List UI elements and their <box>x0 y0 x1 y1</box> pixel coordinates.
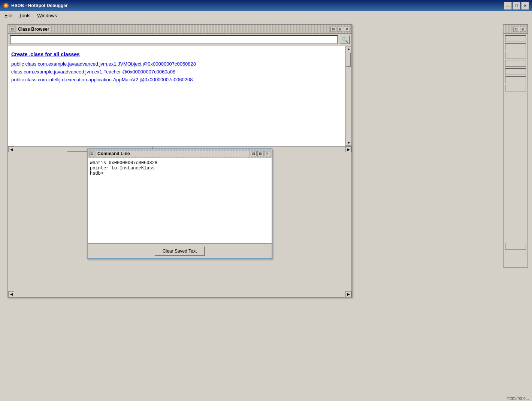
browser-h-scroll-right[interactable]: ▶ <box>345 291 351 297</box>
right-panel-row-4 <box>505 60 526 67</box>
class-browser-shrink-btn[interactable]: ⊡ <box>330 27 336 32</box>
create-class-link[interactable]: Create .class for all classes <box>11 51 348 57</box>
maximize-button[interactable]: □ <box>513 2 520 10</box>
status-text: http://hg.o... <box>507 396 529 400</box>
right-side-panel: ⊡ ⊞ <box>503 24 528 268</box>
title-bar-controls: — □ ✕ <box>504 2 529 10</box>
cmd-title-text: Command Line <box>96 151 249 157</box>
v-scrollbar[interactable]: ▲ ▼ <box>345 46 351 146</box>
cmd-expand-btn[interactable]: ⊞ <box>257 151 263 156</box>
class-browser-body: 🔍 Create .class for all classes public c… <box>8 34 351 297</box>
right-panel-shrink-btn[interactable]: ⊡ <box>513 27 519 32</box>
class-browser-controls: ⊡ ⊞ ✕ <box>330 27 350 32</box>
right-panel-row-6 <box>505 76 526 83</box>
h-scroll-left-btn[interactable]: ◀ <box>8 147 14 153</box>
cmd-shrink-btn[interactable]: ⊡ <box>251 151 257 156</box>
right-panel-row-bottom <box>505 243 526 250</box>
browser-bottom-scrollbar[interactable]: ◀ ▶ <box>8 291 351 297</box>
right-panel-row-2 <box>505 43 526 50</box>
right-panel-row-1 <box>505 35 526 42</box>
class-browser-title-bar[interactable]: ⊡ Class Browser ⊡ ⊞ ✕ <box>8 25 351 34</box>
search-bar: 🔍 <box>8 34 351 46</box>
class-link-1[interactable]: class com.example.javaadvanced.jvm.ex1.T… <box>11 69 348 75</box>
browser-h-scroll-track <box>14 291 345 297</box>
close-button[interactable]: ✕ <box>521 2 529 10</box>
browser-text-area: Create .class for all classes public cla… <box>8 46 351 146</box>
scroll-up-btn[interactable]: ▲ <box>346 46 351 52</box>
search-button[interactable]: 🔍 <box>339 35 350 44</box>
right-panel-row-3 <box>505 52 526 58</box>
right-panel-content <box>504 34 528 251</box>
class-browser-window: ⊡ Class Browser ⊡ ⊞ ✕ 🔍 <box>7 24 352 298</box>
class-link-0[interactable]: public class com.example.javaadvanced.jv… <box>11 61 348 67</box>
scroll-thumb[interactable] <box>346 52 351 67</box>
cmd-footer: Clear Saved Text <box>88 243 272 258</box>
menu-file[interactable]: File <box>1 12 15 19</box>
scroll-down-btn[interactable]: ▼ <box>346 140 351 146</box>
class-browser-expand-btn[interactable]: ⊞ <box>337 27 343 32</box>
app-icon <box>3 3 9 9</box>
title-bar-title: HSDB - HotSpot Debugger <box>11 3 68 8</box>
menu-tools[interactable]: Tools <box>16 12 33 19</box>
cmd-output: whatis 0x00000007c0060828 pointer to Ins… <box>88 158 272 243</box>
minimize-button[interactable]: — <box>504 2 512 10</box>
command-line-window: ⊡ Command Line ⊡ ⊞ ✕ whatis 0x00000007c0… <box>87 148 272 259</box>
main-area: ⊡ Class Browser ⊡ ⊞ ✕ 🔍 <box>0 20 532 400</box>
desktop: ⊡ Class Browser ⊡ ⊞ ✕ 🔍 <box>4 24 528 397</box>
search-input[interactable] <box>10 35 338 44</box>
browser-h-scroll-left[interactable]: ◀ <box>8 291 14 297</box>
class-link-2[interactable]: public class com.intellij.rt.execution.a… <box>11 77 348 82</box>
right-panel-row-5 <box>505 68 526 75</box>
svg-point-2 <box>5 5 7 6</box>
browser-bottom-area: ⊡ Command Line ⊡ ⊞ ✕ whatis 0x00000007c0… <box>8 152 351 291</box>
right-panel-row-7 <box>505 85 526 91</box>
title-bar-left: HSDB - HotSpot Debugger <box>3 3 68 9</box>
clear-saved-text-button[interactable]: Clear Saved Text <box>154 246 205 256</box>
cmd-window-icon: ⊡ <box>89 151 94 156</box>
right-panel-title: ⊡ ⊞ <box>504 25 528 34</box>
menu-bar: File Tools Windows <box>0 11 532 20</box>
title-bar: HSDB - HotSpot Debugger — □ ✕ <box>0 0 532 11</box>
class-browser-window-icon: ⊡ <box>10 27 15 32</box>
cmd-close-btn[interactable]: ✕ <box>264 151 270 156</box>
right-panel-bottom-block <box>505 243 526 250</box>
h-scroll-right-btn[interactable]: ▶ <box>345 147 351 153</box>
browser-scroll-area: Create .class for all classes public cla… <box>8 46 351 146</box>
status-bar: http://hg.o... <box>504 395 532 401</box>
scroll-track <box>346 52 351 140</box>
class-browser-title-text: Class Browser <box>16 26 51 32</box>
class-browser-close-btn[interactable]: ✕ <box>344 27 350 32</box>
class-browser-title-left: ⊡ Class Browser <box>10 26 329 32</box>
cmd-controls: ⊡ ⊞ ✕ <box>251 151 270 156</box>
menu-windows[interactable]: Windows <box>34 12 60 19</box>
cmd-title-bar[interactable]: ⊡ Command Line ⊡ ⊞ ✕ <box>88 149 272 158</box>
right-panel-expand-btn[interactable]: ⊞ <box>520 27 526 32</box>
